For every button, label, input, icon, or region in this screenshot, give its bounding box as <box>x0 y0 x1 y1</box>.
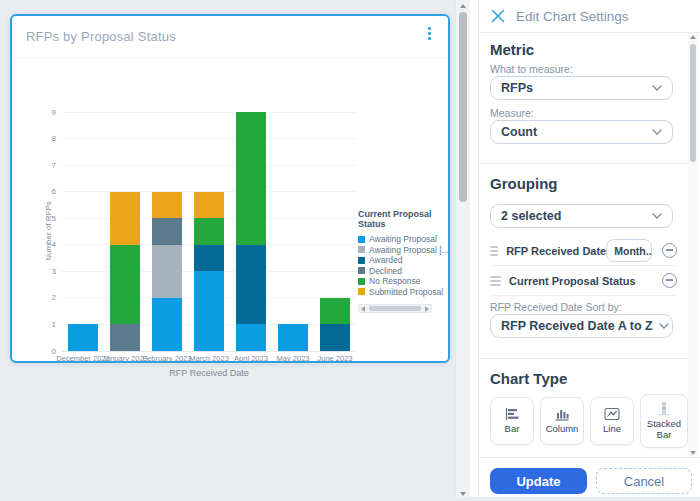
scroll-up-icon[interactable] <box>690 35 696 39</box>
legend-scrollbar[interactable] <box>358 304 432 313</box>
bar-segment[interactable] <box>152 192 182 219</box>
main-scrollbar-thumb[interactable] <box>459 12 467 202</box>
bar-segment[interactable] <box>68 324 98 351</box>
bar-segment[interactable] <box>110 192 140 245</box>
bar-segment[interactable] <box>152 218 182 245</box>
bar-segment[interactable] <box>320 324 350 351</box>
plot-area: 0123456789 <box>62 112 356 351</box>
grouping-row-rfp-received-date[interactable]: RFP Received Date Month... <box>490 236 677 266</box>
edit-chart-settings-panel: Edit Chart Settings Metric What to measu… <box>478 0 700 501</box>
month-granularity-value: Month... <box>614 245 652 257</box>
chart-type-heading: Chart Type <box>490 370 567 387</box>
kebab-menu-icon[interactable] <box>422 27 436 47</box>
section-divider <box>479 163 693 164</box>
x-tick-label: January 2023 <box>102 354 147 363</box>
grouping-select[interactable]: 2 selected <box>490 204 673 228</box>
legend-item[interactable]: Awaiting Proposal <box>358 234 450 245</box>
update-button[interactable]: Update <box>490 468 587 494</box>
chart-type-label: Bar <box>505 424 520 435</box>
legend-scroll-right-icon[interactable] <box>425 306 429 312</box>
sort-by-label: RFP Received Date Sort by: <box>490 301 622 313</box>
legend-scroll-left-icon[interactable] <box>361 306 365 312</box>
chevron-down-icon <box>652 129 662 135</box>
chart-card[interactable]: RFPs by Proposal Status Number of RFPs 0… <box>10 14 450 363</box>
what-to-measure-label: What to measure: <box>490 63 573 75</box>
chart-type-column[interactable]: Column <box>540 397 584 445</box>
panel-title: Edit Chart Settings <box>516 9 629 24</box>
legend-item[interactable]: Awaiting Proposal [... <box>358 245 450 256</box>
y-tick-label: 6 <box>36 187 56 196</box>
chevron-down-icon <box>652 213 662 219</box>
chart-type-stacked-bar[interactable]: Stacked Bar <box>640 394 688 448</box>
bar-segment[interactable] <box>152 245 182 298</box>
chart-type-bar[interactable]: Bar <box>490 397 534 445</box>
report-canvas: RFPs by Proposal Status Number of RFPs 0… <box>0 0 455 501</box>
bar-segment[interactable] <box>236 245 266 325</box>
y-tick-label: 0 <box>36 347 56 356</box>
grouping-row-current-proposal-status[interactable]: Current Proposal Status <box>490 266 677 296</box>
legend-item[interactable]: Declined <box>358 266 450 277</box>
bar-segment[interactable] <box>152 298 182 351</box>
panel-footer: Update Cancel <box>479 457 700 497</box>
remove-grouping-icon[interactable] <box>662 273 677 288</box>
bar-segment[interactable] <box>320 298 350 325</box>
chart-type-line[interactable]: Line <box>590 397 634 445</box>
month-granularity-select[interactable]: Month... <box>606 239 652 262</box>
gridline <box>62 112 356 113</box>
legend-item[interactable]: Awarded <box>358 255 450 266</box>
legend-swatch <box>358 278 365 285</box>
y-tick-label: 5 <box>36 214 56 223</box>
bar-segment[interactable] <box>278 324 308 351</box>
chart-type-options: Bar Column Line <box>490 393 688 449</box>
bar-segment[interactable] <box>194 245 224 272</box>
grouping-heading: Grouping <box>490 175 558 192</box>
page-bottom-edge <box>0 497 700 501</box>
bar-segment[interactable] <box>110 245 140 325</box>
bar-segment[interactable] <box>194 271 224 351</box>
grouping-selected-value: 2 selected <box>501 209 561 223</box>
scroll-down-icon[interactable] <box>460 492 466 496</box>
legend-item[interactable]: Submitted Proposal <box>358 287 450 298</box>
panel-scrollbar[interactable] <box>688 33 698 457</box>
bar-segment[interactable] <box>236 112 266 245</box>
x-tick-label: March 2023 <box>189 354 229 363</box>
legend-item[interactable]: No Response <box>358 276 450 287</box>
chart-card-header: RFPs by Proposal Status <box>12 16 448 58</box>
measure-value: Count <box>501 125 537 139</box>
panel-header: Edit Chart Settings <box>479 0 700 33</box>
close-icon[interactable] <box>490 8 506 24</box>
grouping-row-label: RFP Received Date <box>506 245 606 257</box>
main-scrollbar[interactable] <box>455 0 470 501</box>
chart-type-label: Line <box>603 424 621 435</box>
chart-type-label: Column <box>546 424 579 435</box>
chevron-down-icon <box>652 85 662 91</box>
scroll-down-icon[interactable] <box>690 451 696 455</box>
bar-segment[interactable] <box>194 192 224 219</box>
y-tick-label: 2 <box>36 293 56 302</box>
legend-scroll-thumb[interactable] <box>369 306 421 311</box>
panel-scrollbar-thumb[interactable] <box>690 44 696 162</box>
gridline <box>62 138 356 139</box>
legend-title: Current Proposal Status <box>358 209 450 229</box>
remove-grouping-icon[interactable] <box>662 243 677 258</box>
scroll-up-icon[interactable] <box>460 4 466 8</box>
section-divider <box>479 358 693 359</box>
cancel-button[interactable]: Cancel <box>596 468 692 494</box>
legend-items: Awaiting ProposalAwaiting Proposal [...A… <box>358 234 450 297</box>
chart-legend: Current Proposal Status Awaiting Proposa… <box>358 209 450 313</box>
measure-select[interactable]: Count <box>490 120 673 144</box>
drag-handle-icon[interactable] <box>490 276 501 286</box>
y-tick-label: 1 <box>36 320 56 329</box>
drag-handle-icon[interactable] <box>490 246 498 256</box>
sort-by-select[interactable]: RFP Received Date A to Z <box>490 314 673 338</box>
bar-segment[interactable] <box>236 324 266 351</box>
gridline <box>62 165 356 166</box>
what-to-measure-select[interactable]: RFPs <box>490 76 673 100</box>
y-tick-label: 3 <box>36 267 56 276</box>
bar-segment[interactable] <box>110 324 140 351</box>
x-tick-label: February 2023 <box>143 354 192 363</box>
column-chart-icon <box>554 407 570 421</box>
legend-swatch <box>358 288 365 295</box>
bar-segment[interactable] <box>194 218 224 245</box>
y-tick-label: 8 <box>36 134 56 143</box>
